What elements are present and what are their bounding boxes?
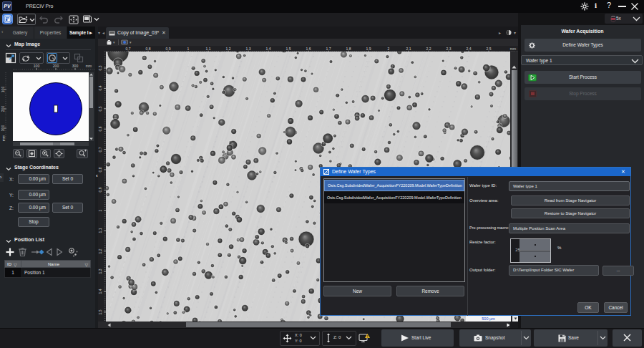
- svg-text:0,8: 0,8: [146, 47, 151, 51]
- svg-text:0,5: 0,5: [98, 106, 102, 111]
- svg-text:1,2: 1,2: [226, 47, 231, 51]
- svg-text:0,9: 0,9: [98, 187, 102, 192]
- svg-text:1,6: 1,6: [306, 47, 311, 51]
- svg-text:1,3: 1,3: [246, 47, 251, 51]
- svg-text:1,4: 1,4: [266, 47, 271, 51]
- svg-text:2,4: 2,4: [467, 47, 472, 51]
- svg-text:0,9: 0,9: [166, 47, 171, 51]
- svg-text:300: 300: [72, 64, 79, 68]
- svg-text:2,5: 2,5: [487, 47, 492, 51]
- svg-text:1,5: 1,5: [98, 309, 102, 314]
- svg-text:2,2: 2,2: [426, 47, 431, 51]
- svg-text:1: 1: [187, 47, 190, 51]
- svg-text:1,2: 1,2: [98, 248, 102, 253]
- svg-text:1,1: 1,1: [206, 47, 211, 51]
- svg-text:1,5: 1,5: [286, 47, 291, 51]
- svg-text:0,4: 0,4: [98, 85, 102, 90]
- svg-text:1,1: 1,1: [98, 228, 102, 233]
- svg-text:200: 200: [53, 64, 59, 68]
- svg-text:1,4: 1,4: [98, 289, 102, 294]
- svg-text:mm: mm: [510, 47, 516, 51]
- svg-text:mm: mm: [1, 135, 6, 141]
- svg-text:1: 1: [98, 209, 102, 211]
- svg-text:0,7: 0,7: [98, 147, 102, 152]
- svg-text:mm: mm: [86, 64, 92, 68]
- svg-text:2,1: 2,1: [406, 47, 411, 51]
- svg-text:0,8: 0,8: [98, 167, 102, 172]
- svg-text:1,8: 1,8: [346, 47, 351, 51]
- svg-text:1,7: 1,7: [326, 47, 331, 51]
- svg-text:1,9: 1,9: [366, 47, 371, 51]
- svg-text:0,6: 0,6: [98, 126, 102, 131]
- svg-text:2,3: 2,3: [447, 47, 452, 51]
- svg-text:1,3: 1,3: [98, 269, 102, 274]
- svg-text:100: 100: [34, 64, 40, 68]
- svg-text:0,3: 0,3: [98, 65, 102, 70]
- svg-text:2: 2: [388, 47, 390, 51]
- svg-text:0,7: 0,7: [126, 47, 131, 51]
